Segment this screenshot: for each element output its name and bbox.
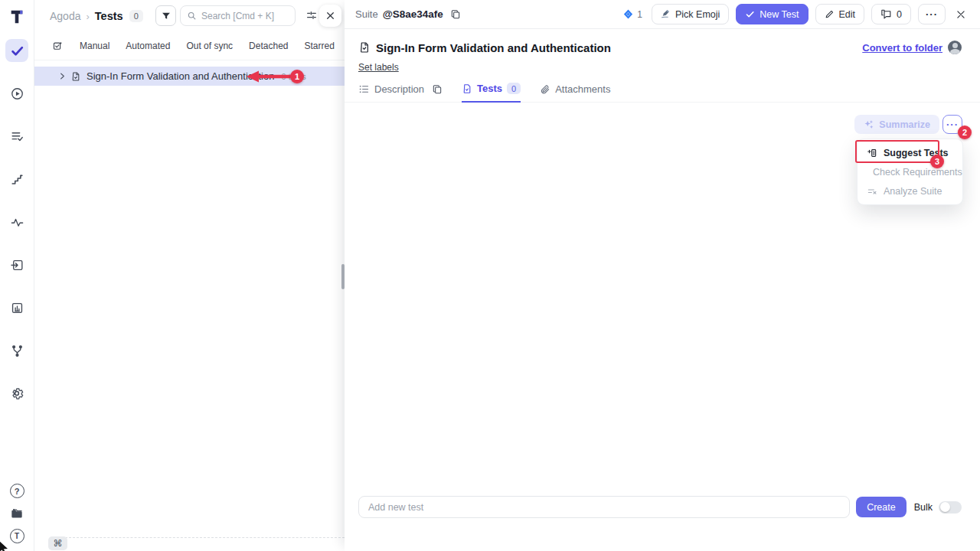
sidebar-item-reports[interactable] [5, 296, 28, 319]
tab-attachments[interactable]: Attachments [540, 83, 610, 102]
comments-button[interactable]: 0 [871, 4, 911, 24]
filter-button[interactable] [155, 5, 176, 26]
detail-tabs: Description Tests 0 Attachments [345, 73, 980, 103]
projects-folder-icon[interactable] [9, 506, 24, 521]
chevron-right-icon[interactable] [58, 72, 67, 80]
suite-title: Sign-In Form Validation and Authenticati… [376, 41, 611, 54]
tab-tests-label: Tests [477, 83, 502, 94]
filter-tab-automated[interactable]: Automated [126, 41, 170, 51]
edit-button[interactable]: Edit [815, 4, 865, 24]
view-options-button[interactable] [303, 7, 320, 24]
ai-actions-row: Summarize ··· [854, 115, 962, 134]
runs-play-icon [10, 86, 24, 101]
add-test-input[interactable] [358, 496, 850, 518]
filter-funnel-icon [161, 11, 172, 21]
sparkles-icon [864, 119, 874, 130]
gem-icon [622, 8, 634, 20]
close-icon [325, 11, 335, 21]
pen-icon [661, 9, 671, 19]
sliders-icon [305, 9, 318, 21]
ellipsis-icon: ··· [946, 119, 959, 129]
create-button[interactable]: Create [856, 497, 906, 517]
sidebar-item-steps[interactable] [5, 168, 28, 191]
add-test-row: Create Bulk [358, 496, 962, 518]
suite-id: @S8ae34afe [383, 8, 443, 20]
menu-item-label: Analyze Suite [884, 186, 942, 197]
check-icon [745, 9, 755, 19]
tab-description[interactable]: Description [358, 83, 443, 102]
sidebar-item-tests[interactable] [5, 39, 28, 62]
tab-tests[interactable]: Tests 0 [462, 83, 521, 103]
sidebar-item-runs[interactable] [5, 82, 28, 105]
convert-to-folder-link[interactable]: Convert to folder [862, 42, 942, 54]
sidebar-item-branches[interactable] [5, 339, 28, 362]
sidebar-item-settings[interactable] [5, 382, 28, 405]
menu-item-analyze-suite[interactable]: Analyze Suite [858, 181, 962, 201]
import-icon [10, 258, 24, 272]
copy-icon[interactable] [450, 9, 461, 20]
pencil-icon [825, 9, 835, 19]
close-detail-button[interactable] [952, 6, 969, 23]
app-logo-icon[interactable] [7, 7, 27, 27]
search-input[interactable] [201, 11, 286, 21]
help-icon[interactable]: ? [10, 484, 24, 498]
panel-resize-handle[interactable] [341, 264, 345, 289]
copy-icon[interactable] [432, 84, 443, 95]
sidebar-item-plans[interactable] [5, 125, 28, 148]
set-labels-link[interactable]: Set labels [358, 62, 399, 73]
footer-dashed-divider [65, 537, 345, 538]
breadcrumb-project[interactable]: Agoda [50, 10, 80, 22]
document-check-icon [70, 71, 81, 82]
filter-tab-manual[interactable]: Manual [80, 41, 109, 51]
branch-icon [10, 344, 24, 358]
tests-check-icon [10, 44, 24, 58]
left-topbar: Agoda › Tests 0 [34, 0, 345, 32]
sidebar-item-analytics[interactable] [5, 210, 28, 233]
annotation-badge-3: 3 [930, 155, 944, 168]
pick-emoji-label: Pick Emoji [675, 9, 720, 20]
filter-tab-detached[interactable]: Detached [249, 41, 288, 51]
menu-item-label: Check Requirements [873, 167, 962, 178]
annotation-arrow-1 [245, 69, 292, 84]
new-test-label: New Test [760, 9, 799, 20]
sidebar-item-import[interactable] [5, 253, 28, 276]
steps-icon [10, 172, 24, 187]
checkbox-edit-icon[interactable] [52, 41, 64, 52]
summarize-label: Summarize [879, 119, 930, 130]
filter-tab-out-of-sync[interactable]: Out of sync [186, 41, 233, 51]
gem-counter[interactable]: 1 [622, 8, 642, 20]
close-panel-button[interactable] [319, 5, 341, 27]
breadcrumb-separator: › [86, 11, 89, 22]
toggle-knob [940, 502, 950, 512]
tab-attachments-label: Attachments [555, 83, 610, 95]
account-icon[interactable]: T [10, 529, 24, 543]
search-box[interactable] [180, 5, 296, 26]
filter-tab-starred[interactable]: Starred [304, 41, 334, 51]
close-icon [956, 9, 966, 20]
gear-icon [9, 386, 24, 401]
bulk-toggle[interactable] [939, 501, 962, 514]
paperclip-icon [540, 84, 550, 95]
breadcrumb-current[interactable]: Tests [95, 10, 123, 22]
bulk-label: Bulk [914, 502, 933, 513]
avatar[interactable] [948, 41, 962, 54]
list-icon [358, 83, 370, 95]
edit-label: Edit [839, 9, 856, 20]
new-test-button[interactable]: New Test [736, 4, 808, 24]
gem-count: 1 [637, 9, 642, 20]
header-more-button[interactable]: ··· [918, 4, 946, 24]
pick-emoji-button[interactable]: Pick Emoji [652, 4, 729, 24]
comment-icon [880, 8, 892, 20]
tab-description-label: Description [374, 83, 424, 95]
document-check-icon [462, 83, 472, 94]
pulse-icon [10, 215, 24, 230]
menu-item-check-requirements[interactable]: Check Requirements [858, 162, 962, 181]
tree-panel-footer: ⌘ [34, 537, 345, 551]
annotation-rect-suggest-tests [855, 140, 939, 163]
suite-type-label: Suite [355, 8, 378, 20]
command-icon: ⌘ [48, 536, 67, 550]
summarize-button[interactable]: Summarize [854, 115, 939, 134]
suite-header: Suite @S8ae34afe 1 Pick Emoji New Test E… [345, 0, 980, 29]
icon-rail: ? T [0, 0, 34, 551]
plans-list-check-icon [10, 129, 24, 144]
